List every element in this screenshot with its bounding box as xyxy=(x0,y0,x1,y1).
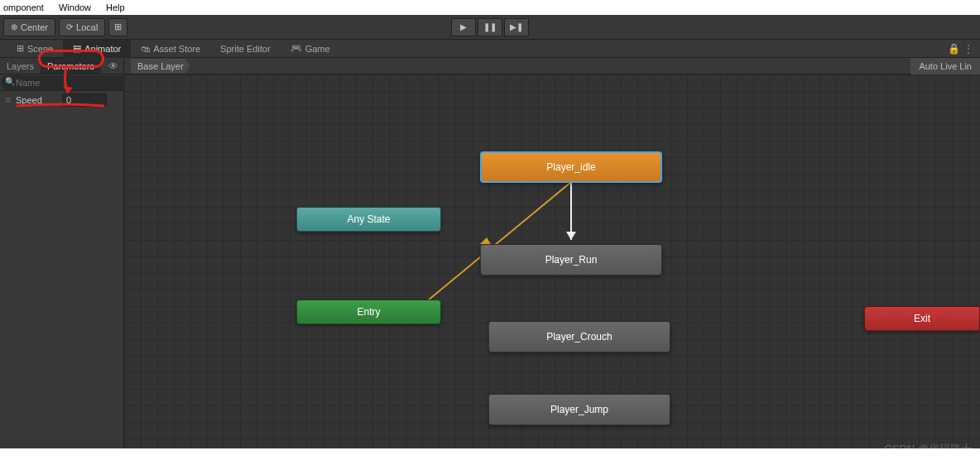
play-button[interactable]: ▶ xyxy=(451,18,476,36)
center-icon: ⊕ xyxy=(11,22,17,31)
snap-button[interactable]: ⊞ xyxy=(108,18,127,36)
lock-icon[interactable]: 🔒 xyxy=(948,43,960,55)
breadcrumb-base-layer[interactable]: Base Layer xyxy=(131,59,190,74)
local-button[interactable]: ⟳Local xyxy=(59,18,105,36)
drag-handle-icon[interactable]: ≡ xyxy=(5,94,11,106)
search-icon: 🔍 xyxy=(5,77,15,86)
tab-animator[interactable]: ▤Animator xyxy=(63,40,131,58)
auto-live-link-button[interactable]: Auto Live Lin xyxy=(910,58,980,74)
breadcrumb: Base Layer xyxy=(124,58,980,74)
step-button[interactable]: ▶❚ xyxy=(504,18,529,36)
animator-canvas[interactable]: Base Layer Auto Live Lin Player_idle Any… xyxy=(124,58,980,460)
state-player-crouch[interactable]: Player_Crouch xyxy=(488,321,670,352)
tab-asset-store[interactable]: 🛍Asset Store xyxy=(131,40,210,58)
pause-button[interactable]: ❚❚ xyxy=(478,18,502,36)
menu-component[interactable]: omponent xyxy=(3,2,44,12)
state-exit[interactable]: Exit xyxy=(864,306,980,331)
parameter-label: Speed xyxy=(16,95,57,105)
footer-strip xyxy=(0,448,980,460)
game-icon: 🎮 xyxy=(291,43,302,54)
menu-window[interactable]: Window xyxy=(59,2,91,12)
menu-help[interactable]: Help xyxy=(106,2,125,12)
state-player-run[interactable]: Player_Run xyxy=(480,244,662,276)
state-player-idle[interactable]: Player_idle xyxy=(480,151,662,183)
center-button[interactable]: ⊕Center xyxy=(3,18,55,36)
parameter-value-input[interactable] xyxy=(62,93,107,107)
visibility-icon[interactable]: 👁 xyxy=(103,58,123,74)
tab-game[interactable]: 🎮Game xyxy=(281,40,340,58)
parameters-tab[interactable]: Parameters xyxy=(41,58,101,74)
grid-icon: ⊞ xyxy=(17,43,24,54)
tab-scene[interactable]: ⊞Scene xyxy=(7,40,63,58)
menu-icon[interactable]: ⋮ xyxy=(963,43,973,55)
tab-sprite-editor[interactable]: Sprite Editor xyxy=(210,40,281,58)
menu-bar: omponent Window Help xyxy=(0,0,980,15)
parameters-panel: Layers Parameters 👁 🔍 + ▾ ≡ Speed xyxy=(0,58,124,460)
layers-tab[interactable]: Layers xyxy=(0,58,41,74)
local-icon: ⟳ xyxy=(66,22,73,31)
playback-controls: ▶ ❚❚ ▶❚ xyxy=(451,18,529,36)
state-player-jump[interactable]: Player_Jump xyxy=(488,394,670,425)
state-entry[interactable]: Entry xyxy=(296,299,441,324)
editor-tabs: ⊞Scene ▤Animator 🛍Asset Store Sprite Edi… xyxy=(0,40,980,58)
snap-icon: ⊞ xyxy=(114,22,122,32)
state-any-state[interactable]: Any State xyxy=(296,207,441,232)
parameter-row[interactable]: ≡ Speed xyxy=(0,91,123,109)
parameter-search-input[interactable] xyxy=(1,75,133,90)
animator-icon: ▤ xyxy=(73,43,81,54)
toolbar: ⊕Center ⟳Local ⊞ ▶ ❚❚ ▶❚ xyxy=(0,15,980,40)
cart-icon: 🛍 xyxy=(141,44,150,54)
